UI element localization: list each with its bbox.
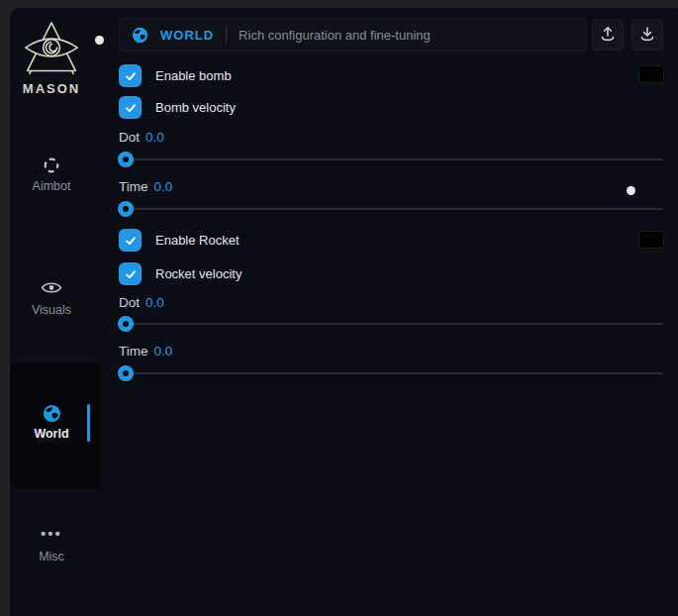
active-tab-indicator: [87, 404, 90, 442]
time-slider-track[interactable]: [119, 208, 663, 210]
page-header: WORLD Rich configuration and fine-tuning: [119, 18, 587, 51]
sidebar-item-world[interactable]: World: [10, 404, 93, 441]
sidebar-item-label: Misc: [10, 550, 93, 564]
toggle-label: Enable bomb: [155, 68, 232, 83]
sidebar-item-label: Aimbot: [10, 179, 93, 193]
slider-name: Time: [119, 344, 148, 359]
sidebar-item-label: World: [10, 427, 93, 441]
slider-name: Dot: [119, 295, 140, 310]
sidebar-item-aimbot[interactable]: Aimbot: [10, 156, 93, 193]
toggle-row-enable-bomb: Enable bomb: [119, 64, 232, 87]
crosshair-icon: [10, 156, 93, 174]
download-config-button[interactable]: [631, 19, 663, 51]
slider-value: 0.0: [145, 295, 164, 310]
check-icon: [124, 267, 138, 281]
rocket-velocity-checkbox[interactable]: [119, 262, 142, 285]
page-subtitle: Rich configuration and fine-tuning: [239, 28, 431, 43]
sidebar: MASON Aimbot Visuals: [10, 8, 117, 616]
eye-pyramid-icon: [22, 20, 81, 77]
slider-label-time: Time 0.0: [119, 179, 172, 194]
check-icon: [124, 101, 138, 115]
enable-bomb-checkbox[interactable]: [119, 64, 142, 87]
bomb-velocity-checkbox[interactable]: [119, 96, 142, 119]
upload-config-button[interactable]: [592, 19, 624, 51]
globe-icon: [132, 27, 148, 44]
dot-slider-track[interactable]: [119, 158, 663, 160]
slider-label-dot: Dot 0.0: [119, 295, 164, 310]
bomb-color-swatch[interactable]: [638, 65, 664, 83]
app-logo: MASON: [10, 20, 93, 96]
dot-slider-handle[interactable]: [118, 152, 134, 167]
divider: [226, 27, 227, 43]
toggle-label: Bomb velocity: [155, 100, 236, 115]
toggle-row-enable-rocket: Enable Rocket: [119, 229, 240, 252]
eye-icon: [10, 280, 93, 298]
slider-name: Time: [119, 179, 148, 194]
sidebar-item-world-active-panel[interactable]: World: [10, 362, 101, 489]
brand-text: MASON: [10, 81, 93, 96]
slider-name: Dot: [119, 130, 140, 145]
cursor-dot: [627, 186, 635, 195]
time-slider-handle[interactable]: [118, 365, 134, 381]
upload-icon: [599, 26, 617, 44]
check-icon: [124, 234, 138, 248]
ellipsis-icon: •••: [10, 527, 93, 545]
toggle-row-bomb-velocity: Bomb velocity: [119, 96, 236, 119]
globe-icon: [43, 409, 61, 426]
rocket-color-swatch[interactable]: [638, 231, 664, 249]
sidebar-item-misc[interactable]: ••• Misc: [10, 527, 93, 564]
page-title: WORLD: [160, 28, 214, 43]
check-icon: [124, 69, 138, 83]
enable-rocket-checkbox[interactable]: [119, 229, 142, 252]
dot-slider-track[interactable]: [119, 323, 663, 325]
sidebar-item-visuals[interactable]: Visuals: [10, 280, 93, 317]
mason-window: MASON Aimbot Visuals: [10, 8, 678, 616]
time-slider-handle[interactable]: [118, 201, 134, 217]
cursor-dot: [95, 36, 104, 45]
toggle-row-rocket-velocity: Rocket velocity: [119, 262, 242, 285]
slider-value: 0.0: [154, 344, 173, 359]
time-slider-track[interactable]: [119, 372, 663, 374]
dot-slider-handle[interactable]: [118, 316, 134, 332]
slider-value: 0.0: [145, 130, 164, 145]
sidebar-item-label: Visuals: [10, 303, 93, 317]
slider-label-time: Time 0.0: [119, 344, 172, 359]
slider-value: 0.0: [154, 179, 173, 194]
download-icon: [638, 26, 656, 44]
toggle-label: Rocket velocity: [155, 266, 242, 281]
toggle-label: Enable Rocket: [155, 233, 240, 248]
slider-label-dot: Dot 0.0: [119, 130, 164, 145]
